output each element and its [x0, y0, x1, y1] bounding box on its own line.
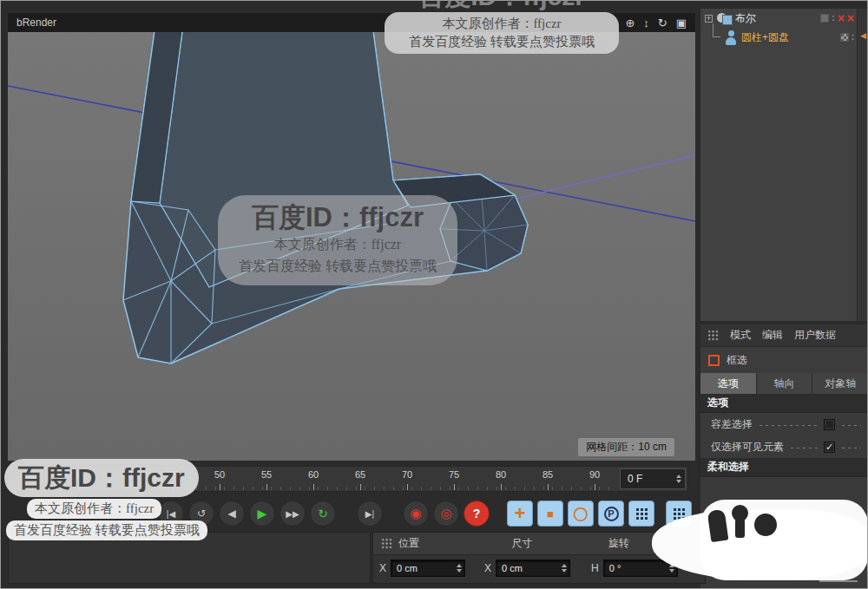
dotted-leader — [840, 446, 861, 448]
object-row-boole[interactable]: 布尔 : × × — [700, 9, 868, 28]
axis-label: H — [591, 562, 599, 574]
record-keyframe-button[interactable]: ◉ — [403, 501, 429, 527]
frame-spinner[interactable] — [676, 474, 681, 483]
orange-marker-icon: ◀ — [860, 31, 866, 40]
axis-label: X — [484, 562, 491, 574]
tool-subtabs: 选项 轴向 对象轴 — [700, 373, 868, 394]
only-visible-checkbox[interactable]: ✓ — [824, 442, 835, 453]
active-tool-row: 框选 — [700, 347, 868, 373]
options-section-header[interactable]: 选项 — [700, 394, 868, 413]
dotted-leader — [758, 423, 819, 426]
pan-icon[interactable]: ⊕ — [625, 16, 635, 29]
viewport-nav-icons: ⊕ ↕ ↻ ▣ — [625, 16, 687, 29]
silhouette-shape — [754, 514, 777, 536]
object-label[interactable]: 圆柱+圆盘 — [741, 30, 789, 45]
subtab-options[interactable]: 选项 — [700, 373, 756, 394]
subtab-axis[interactable]: 轴向 — [757, 373, 812, 394]
watermark-line: 本文原创作者：ffjczr — [227, 233, 449, 255]
size-header: 尺寸 — [511, 536, 532, 551]
coordinates-fields: X 0 cm X 0 cm H 0 ° — [373, 555, 705, 581]
attribute-tabs: 模式 编辑 用户数据 — [700, 324, 868, 347]
panel-grid-icon[interactable] — [381, 538, 392, 549]
position-x-field[interactable]: 0 cm — [391, 560, 465, 577]
current-frame-field[interactable]: 0 F — [620, 468, 686, 489]
tree-connector — [713, 23, 720, 37]
help-button[interactable]: ? — [464, 501, 490, 527]
silhouette-shape — [707, 509, 729, 542]
delete-icon[interactable]: × — [838, 13, 845, 23]
step-forward-button[interactable]: ▶▶ — [279, 501, 306, 527]
box-select-icon — [708, 355, 720, 366]
tolerant-selection-row: 容差选择 — [700, 413, 868, 435]
autokey-button[interactable]: ◎ — [433, 501, 459, 527]
watermark-line: 首发百度经验 转载要点赞投票哦 — [6, 520, 207, 540]
delete-icon[interactable]: × — [847, 13, 854, 23]
axis-label: X — [379, 562, 386, 574]
object-label[interactable]: 布尔 — [735, 11, 756, 26]
rotation-header: 旋转 — [608, 536, 629, 551]
key-parameter-toggle[interactable]: P — [598, 501, 624, 527]
tolerant-selection-checkbox[interactable] — [824, 419, 835, 430]
size-x-field[interactable]: 0 cm — [496, 560, 570, 577]
loop-button[interactable]: ↻ — [310, 501, 336, 527]
object-manager: 布尔 : × × 圆柱+圆盘 : ◀ — [700, 8, 868, 322]
boole-object-icon — [717, 12, 731, 24]
only-visible-label: 仅选择可见元素 — [711, 440, 784, 455]
scrollbar[interactable]: ◀ — [857, 9, 868, 321]
watermark-big-text: 百度ID：ffjczr — [18, 463, 185, 492]
field-spinner[interactable] — [457, 564, 462, 573]
tick-label: 75 — [431, 469, 477, 480]
watermark-line: 首发百度经验 转载要点赞投票哦 — [227, 255, 449, 277]
tick-label: 55 — [243, 469, 290, 480]
grid-menu-icon[interactable] — [707, 330, 719, 341]
watermark-center: 百度ID：ffjczr 本文原创作者：ffjczr 首发百度经验 转载要点赞投票… — [218, 195, 457, 285]
watermark-big-text: 百度ID：ffjczr — [227, 202, 449, 233]
current-frame-value: 0 F — [628, 473, 642, 485]
object-row-cylinder-disc[interactable]: 圆柱+圆盘 : — [700, 28, 868, 47]
viewport-menu-label[interactable]: bRender — [16, 16, 56, 29]
soft-selection-header[interactable]: 柔和选择 — [700, 458, 868, 477]
watermark-line: 首发百度经验 转载要点赞投票哦 — [391, 33, 612, 51]
watermark-top: 百度ID：ffjczr 本文原创作者：ffjczr 首发百度经验 转载要点赞投票… — [385, 1, 619, 54]
maximize-icon[interactable]: ▣ — [676, 16, 687, 29]
key-rotation-toggle[interactable]: ◯ — [568, 501, 594, 527]
subtab-object-axis[interactable]: 对象轴 — [812, 373, 868, 394]
expand-icon[interactable] — [705, 15, 713, 23]
tab-edit[interactable]: 编辑 — [762, 328, 783, 343]
watermark-big-text: 百度ID：ffjczr — [385, 1, 619, 11]
tolerant-selection-label: 容差选择 — [711, 417, 753, 432]
grid-spacing-label: 网格间距：10 cm — [578, 438, 674, 456]
rotate-icon[interactable]: ↻ — [658, 16, 667, 29]
tick-label: 60 — [290, 469, 337, 480]
silhouette-shape — [732, 505, 748, 521]
falloff-slider[interactable] — [819, 580, 858, 582]
zoom-icon[interactable]: ↕ — [643, 16, 649, 29]
position-header: 位置 — [398, 536, 419, 551]
only-visible-row: 仅选择可见元素 ✓ — [700, 435, 868, 458]
enable-dots-icon[interactable]: : — [832, 14, 834, 23]
goto-end-button[interactable]: ▶| — [357, 501, 383, 527]
tick-label: 70 — [384, 469, 431, 480]
tick-label: 85 — [524, 469, 571, 480]
dotted-leader — [840, 423, 861, 426]
tick-label: 90 — [571, 469, 618, 480]
key-pla-toggle[interactable] — [628, 501, 654, 527]
pla-dots-icon — [635, 507, 648, 520]
watermark-line: 本文原创作者：ffjczr — [27, 499, 161, 519]
key-scale-toggle[interactable]: ■ — [537, 501, 563, 527]
tab-mode[interactable]: 模式 — [730, 328, 751, 343]
watermark-blob — [700, 500, 868, 580]
tick-label: 65 — [337, 469, 384, 480]
dotted-leader — [789, 446, 819, 448]
enable-dots-icon[interactable]: : — [852, 33, 854, 42]
tick-label: 80 — [477, 469, 524, 480]
cinema4d-window: bRender ⊕ ↕ ↻ ▣ — [0, 0, 868, 589]
tab-userdata[interactable]: 用户数据 — [794, 328, 836, 343]
play-button[interactable]: ▶ — [249, 501, 275, 527]
texture-chip[interactable] — [840, 33, 849, 42]
layer-chip[interactable] — [820, 14, 829, 23]
cylinder-disc-object-icon — [725, 30, 737, 45]
watermark-line: 本文原创作者：ffjczr — [391, 15, 612, 33]
key-position-toggle[interactable]: + — [507, 501, 533, 527]
field-spinner[interactable] — [562, 564, 567, 573]
